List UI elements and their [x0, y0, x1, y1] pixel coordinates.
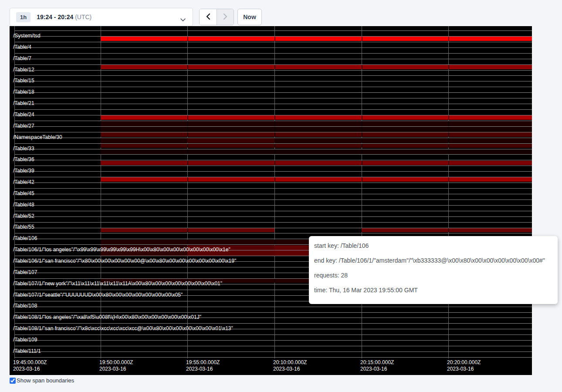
time-gridline — [187, 26, 188, 358]
time-nav-group — [199, 9, 234, 25]
time-range-label: 19:24 - 20:24 (UTC) — [37, 14, 91, 20]
span-boundary-line — [14, 92, 532, 93]
time-range-select[interactable]: 1h 19:24 - 20:24 (UTC) — [10, 8, 193, 26]
time-gridline — [448, 26, 449, 358]
span-boundary-line — [14, 211, 532, 211]
time-gridline-over-band — [187, 121, 188, 126]
span-boundary-line — [14, 154, 532, 155]
time-gridline-over-band — [448, 177, 449, 182]
show-span-boundaries-label: Show span boundaries — [17, 377, 74, 384]
time-gridline-over-band — [187, 240, 188, 244]
span-boundary-line — [14, 59, 532, 59]
row-label: /Table/111/1 — [13, 348, 41, 354]
row-label: /Table/107 — [13, 270, 37, 275]
time-gridline-over-band — [448, 149, 449, 154]
key-visualizer-canvas[interactable]: /System/tsd/Table/4/Table/7/Table/12/Tab… — [10, 26, 532, 375]
prev-button[interactable] — [200, 9, 217, 25]
show-span-boundaries-checkbox[interactable] — [10, 378, 16, 384]
time-gridline-over-band — [274, 161, 275, 165]
time-gridline-over-band — [448, 161, 449, 165]
duration-badge: 1h — [16, 12, 30, 22]
time-gridline-over-band — [362, 37, 362, 41]
span-boundary-line — [14, 109, 532, 110]
x-axis-label: 19:50:00.000Z2023-03-16 — [99, 359, 133, 372]
time-gridline — [362, 26, 362, 358]
time-gridline — [101, 26, 101, 358]
time-gridline-over-band — [362, 161, 362, 165]
heat-band — [101, 132, 532, 137]
span-boundary-line — [14, 205, 532, 206]
row-label: /Table/107/1/"new york"/"\x11\x11\x11\x1… — [13, 281, 222, 287]
row-label: /Table/39 — [13, 168, 34, 174]
row-label: /Table/52 — [13, 213, 34, 219]
now-button[interactable]: Now — [237, 9, 262, 25]
time-gridline-over-band — [448, 228, 449, 232]
heat-band — [101, 65, 532, 70]
span-boundary-line — [14, 53, 532, 54]
time-gridline-over-band — [187, 132, 188, 137]
span-boundary-line — [14, 188, 532, 189]
row-label: /Table/12 — [13, 67, 34, 73]
heat-band — [101, 127, 532, 132]
time-gridline-over-band — [187, 228, 188, 232]
span-boundary-line — [14, 81, 532, 81]
time-gridline-over-band — [362, 177, 362, 182]
time-gridline-over-band — [187, 149, 188, 154]
time-gridline-over-band — [448, 115, 449, 120]
row-label: /Table/7 — [13, 56, 31, 61]
time-gridline-over-band — [362, 138, 362, 143]
tooltip-requests: requests: 28 — [314, 271, 552, 280]
next-button[interactable] — [217, 9, 234, 25]
span-boundary-line — [14, 30, 532, 31]
time-gridline-over-band — [187, 65, 188, 70]
time-gridline-over-band — [187, 177, 188, 182]
time-gridline-over-band — [187, 127, 188, 132]
time-gridline — [274, 26, 275, 358]
span-boundary-line — [14, 307, 532, 307]
heat-band — [101, 161, 532, 165]
time-gridline-over-band — [448, 138, 449, 143]
span-boundary-line — [14, 47, 532, 48]
time-gridline-over-band — [274, 121, 275, 126]
span-boundary-line — [14, 357, 532, 358]
time-gridline-over-band — [274, 149, 275, 154]
tooltip-start-key: start key: /Table/106 — [314, 241, 552, 250]
heat-band — [101, 138, 187, 143]
span-boundary-line — [14, 335, 532, 335]
span-boundary-line — [14, 70, 532, 71]
time-gridline-over-band — [274, 279, 275, 283]
time-gridline-over-band — [187, 37, 188, 41]
row-label: /Table/108/1/"los angeles"/"\xa8\xf5\u00… — [13, 314, 201, 320]
row-label: /Table/24 — [13, 112, 34, 118]
key-visualizer-page: 1h 19:24 - 20:24 (UTC) Now /System/tsd/T… — [0, 0, 562, 392]
time-gridline-over-band — [274, 144, 275, 148]
row-label: /Table/107/1/"seattle"/"UUUUUUD\x00\x80\… — [13, 292, 183, 298]
row-label: /Table/55 — [13, 224, 34, 230]
tooltip-end-key: end key: /Table/106/1/"amsterdam"/"\xb33… — [314, 256, 552, 265]
row-label: /Table/4 — [13, 44, 31, 50]
row-label: /Table/106 — [13, 236, 37, 241]
span-boundary-line — [14, 312, 532, 313]
row-label: /Table/33 — [13, 146, 34, 152]
span-boundary-line — [14, 222, 532, 223]
span-boundary-line — [14, 323, 532, 324]
row-label: /Table/106/1/"san francisco"/"\x80\x00\x… — [13, 258, 236, 264]
heat-band — [101, 144, 532, 148]
time-gridline-over-band — [448, 121, 449, 126]
heat-band — [101, 149, 532, 154]
span-boundary-line — [14, 351, 532, 352]
span-boundary-line — [14, 42, 532, 42]
chevron-left-icon — [205, 13, 211, 21]
row-label: /Table/108 — [13, 303, 37, 309]
show-span-boundaries: Show span boundaries — [10, 377, 74, 384]
time-gridline-over-band — [448, 144, 449, 148]
row-label: /Table/21 — [13, 101, 34, 106]
span-boundary-line — [14, 182, 532, 183]
x-axis-label: 20:20:00.000Z2023-03-16 — [447, 359, 481, 372]
time-gridline-over-band — [274, 65, 275, 70]
time-gridline-over-band — [274, 37, 275, 41]
time-gridline-over-band — [274, 132, 275, 137]
span-boundary-line — [14, 98, 532, 98]
time-gridline-over-band — [448, 127, 449, 132]
time-gridline-over-band — [274, 127, 275, 132]
